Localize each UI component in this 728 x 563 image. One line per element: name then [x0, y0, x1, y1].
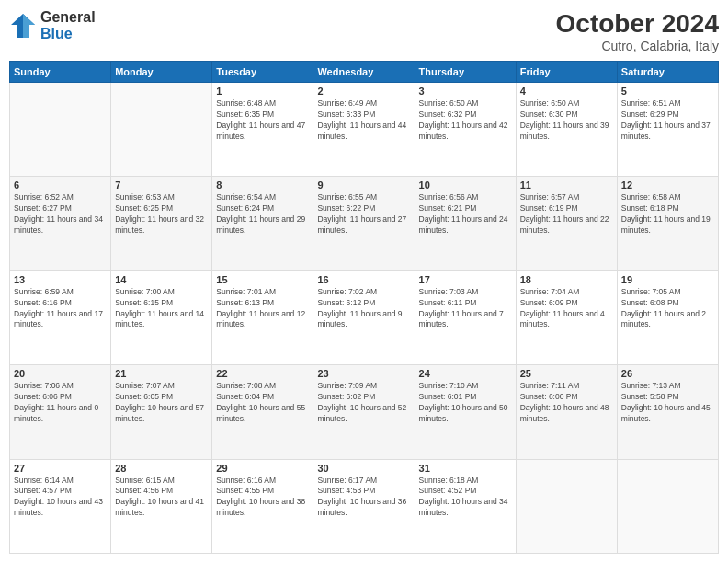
- day-cell: 18Sunrise: 7:04 AM Sunset: 6:09 PM Dayli…: [516, 270, 617, 364]
- day-number: 3: [419, 86, 512, 97]
- day-cell: 10Sunrise: 6:56 AM Sunset: 6:21 PM Dayli…: [415, 177, 516, 270]
- day-cell: 6Sunrise: 6:52 AM Sunset: 6:27 PM Daylig…: [10, 177, 111, 270]
- day-number: 22: [216, 368, 309, 379]
- day-number: 31: [419, 463, 512, 474]
- logo-blue: Blue: [40, 26, 96, 42]
- day-cell: [516, 459, 617, 553]
- day-number: 5: [621, 86, 714, 97]
- day-info: Sunrise: 6:57 AM Sunset: 6:19 PM Dayligh…: [520, 192, 613, 236]
- col-tuesday: Tuesday: [212, 62, 313, 83]
- day-number: 30: [317, 463, 410, 474]
- day-cell: 3Sunrise: 6:50 AM Sunset: 6:32 PM Daylig…: [415, 83, 516, 177]
- col-sunday: Sunday: [10, 62, 111, 83]
- day-cell: 19Sunrise: 7:05 AM Sunset: 6:08 PM Dayli…: [617, 270, 718, 364]
- day-number: 4: [520, 86, 613, 97]
- day-info: Sunrise: 6:18 AM Sunset: 4:52 PM Dayligh…: [419, 476, 512, 520]
- week-row-1: 1Sunrise: 6:48 AM Sunset: 6:35 PM Daylig…: [10, 83, 719, 177]
- day-number: 1: [216, 86, 309, 97]
- day-number: 17: [419, 274, 512, 285]
- day-number: 24: [419, 368, 512, 379]
- day-number: 2: [317, 86, 410, 97]
- day-info: Sunrise: 6:14 AM Sunset: 4:57 PM Dayligh…: [14, 476, 107, 520]
- day-info: Sunrise: 6:53 AM Sunset: 6:25 PM Dayligh…: [115, 192, 208, 236]
- day-cell: 12Sunrise: 6:58 AM Sunset: 6:18 PM Dayli…: [617, 177, 718, 270]
- day-cell: 31Sunrise: 6:18 AM Sunset: 4:52 PM Dayli…: [415, 459, 516, 553]
- day-cell: 29Sunrise: 6:16 AM Sunset: 4:55 PM Dayli…: [212, 459, 313, 553]
- day-number: 11: [520, 179, 613, 190]
- day-cell: 23Sunrise: 7:09 AM Sunset: 6:02 PM Dayli…: [313, 365, 415, 459]
- day-number: 15: [216, 274, 309, 285]
- day-cell: 27Sunrise: 6:14 AM Sunset: 4:57 PM Dayli…: [10, 459, 111, 553]
- day-number: 8: [216, 179, 309, 190]
- day-cell: 28Sunrise: 6:15 AM Sunset: 4:56 PM Dayli…: [111, 459, 212, 553]
- day-info: Sunrise: 7:13 AM Sunset: 5:58 PM Dayligh…: [621, 381, 714, 425]
- day-cell: 4Sunrise: 6:50 AM Sunset: 6:30 PM Daylig…: [516, 83, 617, 177]
- day-info: Sunrise: 7:05 AM Sunset: 6:08 PM Dayligh…: [621, 287, 714, 331]
- day-cell: 11Sunrise: 6:57 AM Sunset: 6:19 PM Dayli…: [516, 177, 617, 270]
- day-number: 9: [317, 179, 410, 190]
- calendar-header-row: Sunday Monday Tuesday Wednesday Thursday…: [10, 62, 719, 83]
- day-cell: 13Sunrise: 6:59 AM Sunset: 6:16 PM Dayli…: [10, 270, 111, 364]
- day-info: Sunrise: 6:50 AM Sunset: 6:32 PM Dayligh…: [419, 98, 512, 143]
- day-info: Sunrise: 6:50 AM Sunset: 6:30 PM Dayligh…: [520, 98, 613, 143]
- subtitle: Cutro, Calabria, Italy: [556, 39, 719, 53]
- day-cell: 8Sunrise: 6:54 AM Sunset: 6:24 PM Daylig…: [212, 177, 313, 270]
- svg-marker-1: [23, 14, 35, 38]
- day-info: Sunrise: 7:01 AM Sunset: 6:13 PM Dayligh…: [216, 287, 309, 331]
- day-number: 23: [317, 368, 410, 379]
- page: General Blue October 2024 Cutro, Calabri…: [0, 0, 728, 563]
- day-cell: [111, 83, 212, 177]
- day-info: Sunrise: 7:08 AM Sunset: 6:04 PM Dayligh…: [216, 381, 309, 425]
- day-info: Sunrise: 6:15 AM Sunset: 4:56 PM Dayligh…: [115, 476, 208, 520]
- col-saturday: Saturday: [617, 62, 718, 83]
- col-thursday: Thursday: [415, 62, 516, 83]
- day-cell: 5Sunrise: 6:51 AM Sunset: 6:29 PM Daylig…: [617, 83, 718, 177]
- week-row-5: 27Sunrise: 6:14 AM Sunset: 4:57 PM Dayli…: [10, 459, 719, 553]
- day-cell: 15Sunrise: 7:01 AM Sunset: 6:13 PM Dayli…: [212, 270, 313, 364]
- day-info: Sunrise: 7:02 AM Sunset: 6:12 PM Dayligh…: [317, 287, 410, 331]
- day-cell: 21Sunrise: 7:07 AM Sunset: 6:05 PM Dayli…: [111, 365, 212, 459]
- day-number: 26: [621, 368, 714, 379]
- day-cell: 30Sunrise: 6:17 AM Sunset: 4:53 PM Dayli…: [313, 459, 415, 553]
- day-number: 14: [115, 274, 208, 285]
- day-cell: [10, 83, 111, 177]
- day-number: 21: [115, 368, 208, 379]
- header: General Blue October 2024 Cutro, Calabri…: [9, 9, 719, 53]
- logo-general: General: [40, 9, 96, 26]
- day-cell: [617, 459, 718, 553]
- week-row-2: 6Sunrise: 6:52 AM Sunset: 6:27 PM Daylig…: [10, 177, 719, 270]
- day-cell: 17Sunrise: 7:03 AM Sunset: 6:11 PM Dayli…: [415, 270, 516, 364]
- day-info: Sunrise: 7:07 AM Sunset: 6:05 PM Dayligh…: [115, 381, 208, 425]
- day-info: Sunrise: 7:09 AM Sunset: 6:02 PM Dayligh…: [317, 381, 410, 425]
- day-cell: 9Sunrise: 6:55 AM Sunset: 6:22 PM Daylig…: [313, 177, 415, 270]
- day-info: Sunrise: 6:55 AM Sunset: 6:22 PM Dayligh…: [317, 192, 410, 236]
- day-number: 6: [14, 179, 107, 190]
- week-row-4: 20Sunrise: 7:06 AM Sunset: 6:06 PM Dayli…: [10, 365, 719, 459]
- logo-text: General Blue: [40, 9, 96, 41]
- day-number: 28: [115, 463, 208, 474]
- day-cell: 7Sunrise: 6:53 AM Sunset: 6:25 PM Daylig…: [111, 177, 212, 270]
- day-cell: 14Sunrise: 7:00 AM Sunset: 6:15 PM Dayli…: [111, 270, 212, 364]
- day-info: Sunrise: 6:48 AM Sunset: 6:35 PM Dayligh…: [216, 98, 309, 143]
- day-cell: 25Sunrise: 7:11 AM Sunset: 6:00 PM Dayli…: [516, 365, 617, 459]
- day-number: 20: [14, 368, 107, 379]
- day-number: 12: [621, 179, 714, 190]
- day-info: Sunrise: 6:58 AM Sunset: 6:18 PM Dayligh…: [621, 192, 714, 236]
- day-info: Sunrise: 7:10 AM Sunset: 6:01 PM Dayligh…: [419, 381, 512, 425]
- day-info: Sunrise: 6:16 AM Sunset: 4:55 PM Dayligh…: [216, 476, 309, 520]
- day-cell: 22Sunrise: 7:08 AM Sunset: 6:04 PM Dayli…: [212, 365, 313, 459]
- day-cell: 24Sunrise: 7:10 AM Sunset: 6:01 PM Dayli…: [415, 365, 516, 459]
- day-info: Sunrise: 6:52 AM Sunset: 6:27 PM Dayligh…: [14, 192, 107, 236]
- day-info: Sunrise: 7:03 AM Sunset: 6:11 PM Dayligh…: [419, 287, 512, 331]
- day-number: 10: [419, 179, 512, 190]
- calendar-table: Sunday Monday Tuesday Wednesday Thursday…: [9, 61, 719, 554]
- col-wednesday: Wednesday: [313, 62, 415, 83]
- day-number: 19: [621, 274, 714, 285]
- col-monday: Monday: [111, 62, 212, 83]
- day-info: Sunrise: 6:51 AM Sunset: 6:29 PM Dayligh…: [621, 98, 714, 143]
- day-number: 18: [520, 274, 613, 285]
- title-block: October 2024 Cutro, Calabria, Italy: [556, 9, 719, 53]
- logo: General Blue: [9, 9, 96, 41]
- week-row-3: 13Sunrise: 6:59 AM Sunset: 6:16 PM Dayli…: [10, 270, 719, 364]
- day-info: Sunrise: 6:49 AM Sunset: 6:33 PM Dayligh…: [317, 98, 410, 143]
